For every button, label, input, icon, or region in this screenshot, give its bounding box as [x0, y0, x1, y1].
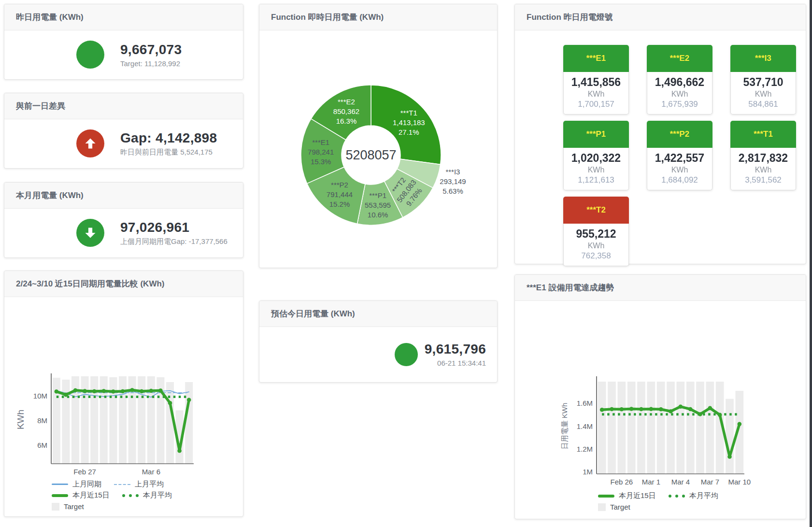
series-marker: [659, 407, 663, 412]
panel-title: ***E1 設備用電達成趨勢: [527, 282, 614, 293]
stat-row: 97,026,961 上個月同期用電Gap: -17,377,566: [4, 209, 243, 257]
series-marker: [158, 388, 163, 393]
target-bar: [617, 382, 626, 474]
legend-item[interactable]: Target: [52, 502, 84, 511]
legend-item[interactable]: 本月近15日: [598, 491, 656, 500]
panel-realtime-donut: Function 即時日用電量 (KWh) ***T11,413,18327.1…: [259, 4, 498, 268]
panel-title: Function 即時日用電量 (KWh): [271, 12, 384, 23]
y-axis-tick: 1.2M: [577, 445, 593, 453]
target-bar: [667, 382, 675, 474]
legend-item[interactable]: 本月平均: [122, 491, 172, 500]
tile-unit: KWh: [647, 166, 712, 174]
legend-swatch-icon: [52, 494, 68, 497]
tile-device-name: ***P1: [563, 121, 629, 148]
device-tile-I3: ***I3537,710KWh584,861: [730, 45, 796, 114]
panel-15day-compare-chart: 2/24~3/10 近15日同期用電量比較 (KWh) 6M8M10MFeb 2…: [4, 271, 243, 517]
x-axis-tick: Feb 27: [73, 468, 96, 476]
y-axis-tick: 1M: [583, 468, 593, 476]
series-marker: [130, 388, 134, 392]
device-tile-T1: ***T12,817,832KWh3,591,562: [730, 121, 796, 190]
series-marker: [64, 393, 68, 397]
tile-device-name: ***E1: [563, 45, 629, 72]
e1-trend-chart: 1M1.2M1.4M1.6MFeb 26Mar 1Mar 4Mar 7Mar 1…: [515, 301, 806, 494]
series-marker: [679, 405, 683, 409]
legend-swatch-icon: [52, 503, 59, 511]
target-bar: [676, 382, 684, 474]
legend-item[interactable]: 本月平均: [669, 491, 718, 500]
legend-label: 本月近15日: [619, 491, 656, 500]
legend-row: Target: [598, 501, 718, 513]
legend-item[interactable]: 上月平均: [114, 480, 164, 489]
panel-title: 預估今日用電量 (KWh): [271, 308, 355, 319]
panel-header: Function 即時日用電量 (KWh): [259, 4, 497, 30]
panel-month-usage: 本月用電量 (KWh) 97,026,961 上個月同期用電Gap: -17,3…: [4, 182, 243, 258]
y-axis-tick: 8M: [37, 416, 47, 425]
legend-row: 本月近15日本月平均: [598, 490, 718, 501]
x-axis-tick: Mar 4: [671, 478, 690, 486]
panel-header: 昨日用電量 (KWh): [4, 4, 243, 30]
tile-device-name: ***T1: [730, 121, 796, 148]
legend-swatch-icon: [669, 495, 685, 498]
device-tile-E2: ***E21,496,662KWh1,675,939: [647, 45, 712, 114]
arrow-up-circle-icon: [76, 129, 104, 157]
panel-yesterday-usage: 昨日用電量 (KWh) 9,667,073 Target: 11,128,992: [4, 4, 243, 80]
series-marker: [610, 407, 614, 412]
target-bar: [637, 382, 645, 474]
donut-slice-label: ***I3293,1495.63%: [440, 168, 466, 195]
tile-body: 1,020,322KWh1,121,613: [563, 148, 629, 190]
series-marker: [639, 407, 643, 412]
tile-body: 1,415,856KWh1,700,157: [563, 72, 629, 114]
legend-item[interactable]: 上月同期: [52, 480, 101, 489]
panel-device-lights: Function 昨日用電燈號 ***E11,415,856KWh1,700,1…: [514, 4, 806, 264]
tile-body: 1,496,662KWh1,675,939: [647, 72, 712, 114]
series-marker: [149, 389, 154, 393]
x-axis-tick: Mar 10: [728, 478, 751, 486]
tile-target-value: 584,861: [731, 100, 796, 109]
target-bar: [706, 382, 714, 474]
tile-target-value: 3,591,562: [731, 175, 796, 185]
x-axis-tick: Feb 26: [610, 478, 633, 486]
target-bar: [657, 382, 665, 474]
realtime-donut-chart: ***T11,413,18327.1%***I3293,1495.63%***T…: [259, 33, 497, 265]
tile-device-name: ***I3: [730, 45, 796, 72]
donut-center-total: 5208057: [345, 148, 396, 162]
legend-swatch-icon: [52, 484, 68, 485]
legend-label: 上月同期: [72, 480, 101, 489]
stat-text: Gap: 4,142,898 昨日與前日用電量 5,524,175: [120, 130, 217, 157]
arrow-down-circle-icon: [76, 219, 104, 247]
yesterday-usage-value: 9,667,073: [120, 42, 182, 57]
series-marker: [111, 389, 115, 394]
legend-item[interactable]: 本月近15日: [52, 491, 110, 500]
panel-estimate-today: 預估今日用電量 (KWh) 9,615,796 06-21 15:34:41: [259, 300, 498, 383]
tile-body: 1,422,557KWh1,684,092: [647, 148, 712, 190]
tile-unit: KWh: [564, 166, 628, 174]
tile-device-name: ***T2: [563, 197, 629, 224]
series-marker: [102, 389, 106, 393]
series-marker: [92, 389, 97, 394]
tile-target-value: 762,358: [564, 251, 628, 261]
tile-target-value: 1,684,092: [647, 175, 712, 185]
status-circle-icon: [76, 41, 104, 69]
lights-tiles: ***E11,415,856KWh1,700,157***E21,496,662…: [563, 45, 796, 266]
y-axis-title: 日用電量 KWh: [560, 403, 569, 450]
panel-title: 本月用電量 (KWh): [16, 190, 84, 201]
compare-chart-legend: 上月同期上月平均本月近15日本月平均Target: [52, 479, 172, 512]
y-axis-tick: 6M: [37, 441, 47, 449]
device-tile-E1: ***E11,415,856KWh1,700,157: [563, 45, 629, 114]
series-marker: [620, 407, 624, 412]
gap-value: Gap: 4,142,898: [120, 130, 217, 146]
y-axis-title: KWh: [15, 410, 26, 429]
legend-row: 本月近15日本月平均: [52, 490, 172, 501]
series-marker: [55, 389, 59, 394]
tile-usage-value: 1,496,662: [647, 76, 712, 89]
legend-item[interactable]: Target: [598, 503, 630, 511]
yesterday-usage-target: Target: 11,128,992: [120, 59, 182, 68]
series-marker: [140, 389, 144, 394]
x-axis-tick: Mar 1: [642, 478, 660, 486]
legend-swatch-icon: [114, 484, 130, 485]
tile-unit: KWh: [564, 90, 628, 99]
screen-right-edge: [810, 0, 812, 527]
panel-header: ***E1 設備用電達成趨勢: [515, 275, 806, 301]
y-axis-tick: 1.6M: [577, 399, 593, 407]
series-marker: [629, 407, 634, 411]
